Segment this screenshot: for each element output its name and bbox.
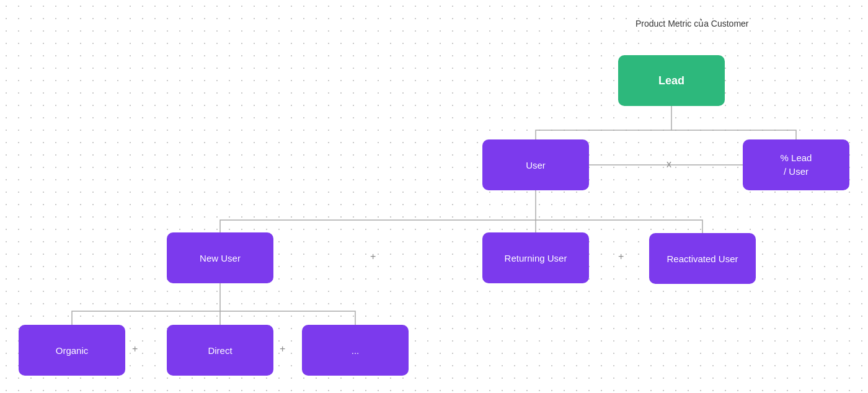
lead-node[interactable]: Lead [618, 55, 725, 106]
returning-user-node[interactable]: Returning User [482, 232, 589, 283]
new-user-node[interactable]: New User [167, 232, 273, 283]
reactivated-user-node[interactable]: Reactivated User [649, 233, 756, 284]
direct-node[interactable]: Direct [167, 325, 273, 376]
organic-node[interactable]: Organic [19, 325, 125, 376]
operator-plus-returning-reactivated: + [618, 251, 624, 262]
page-label: Product Metric của Customer [636, 17, 749, 30]
operator-plus-direct-more: + [280, 343, 285, 355]
user-node[interactable]: User [482, 139, 589, 190]
canvas: Product Metric của Customer Lead User % … [0, 0, 868, 393]
lead-user-node[interactable]: % Lead / User [743, 139, 849, 190]
connections-svg [0, 0, 868, 393]
operator-plus-new-returning: + [370, 251, 376, 262]
more-node[interactable]: ... [302, 325, 409, 376]
operator-x: x [666, 159, 671, 170]
operator-plus-organic-direct: + [132, 343, 138, 355]
